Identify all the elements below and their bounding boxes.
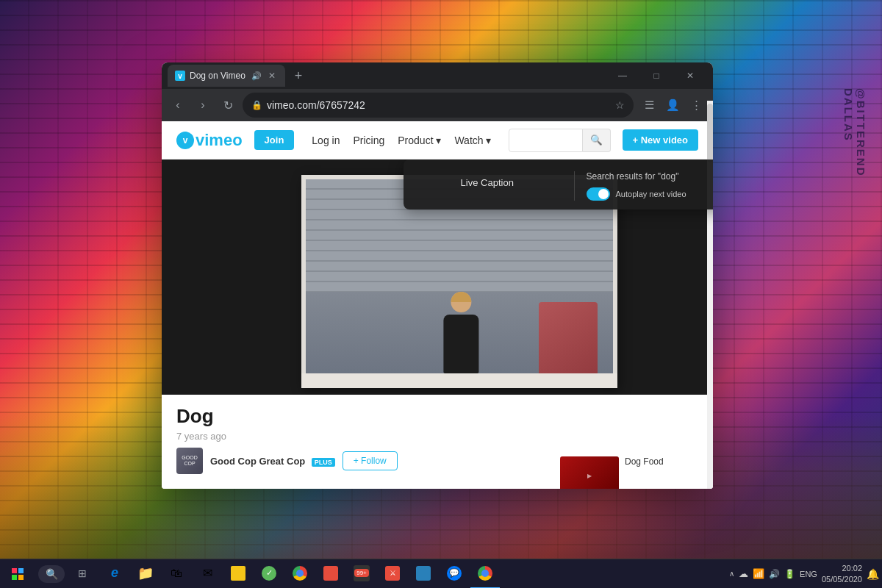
taskbar-search-button[interactable]: 🔍 [38, 565, 65, 583]
tray-up-arrow[interactable]: ∧ [729, 570, 734, 578]
chrome-active-app[interactable] [470, 559, 500, 589]
toolbar-right: ☰ 👤 ⋮ [638, 94, 707, 116]
desktop-watermark: @BITTERENDDALLAS [842, 88, 867, 176]
browser-tab-active[interactable]: v Dog on Vimeo 🔊 ✕ [168, 65, 285, 87]
menu-icon[interactable]: ⋮ [685, 94, 707, 116]
tab-list-icon[interactable]: ☰ [638, 94, 660, 116]
close-button[interactable]: ✕ [673, 62, 707, 89]
sidebar-results: ▶ Dog Food [560, 452, 707, 489]
app-icon-4 [416, 566, 431, 581]
forward-button[interactable]: › [193, 95, 213, 115]
tab-close-button[interactable]: ✕ [266, 70, 278, 82]
chrome-app[interactable] [285, 559, 315, 589]
join-button[interactable]: Join [254, 130, 295, 150]
vimeo-header: v vimeo Join Log in Pricing Product ▾ Wa… [162, 121, 713, 159]
autoplay-label: Autoplay next video [616, 190, 686, 198]
car-element [539, 302, 598, 384]
sidebar-thumbnail: ▶ [560, 456, 619, 489]
vimeo-logo[interactable]: v vimeo [176, 131, 243, 150]
volume-icon[interactable]: 🔊 [769, 569, 780, 579]
file-explorer-app[interactable]: 📁 [131, 559, 160, 589]
folder-icon: 📁 [137, 565, 154, 581]
toggle-knob [598, 189, 609, 199]
search-input[interactable] [509, 129, 582, 152]
caption-left: Live Caption [415, 171, 559, 201]
tab-favicon: v [175, 71, 185, 81]
nav-login[interactable]: Log in [306, 130, 345, 151]
system-clock[interactable]: 20:02 05/05/2020 [822, 563, 862, 584]
browser-toolbar: ‹ › ↻ 🔒 vimeo.com/67657242 ☆ ☰ 👤 ⋮ [162, 89, 713, 121]
tab-sound-icon: 🔊 [251, 71, 262, 81]
video-info: Dog 7 years ago GOODCOP Good Cop Great C… [162, 395, 713, 484]
scrollbar-thumb[interactable] [707, 121, 713, 162]
search-button[interactable]: 🔍 [583, 129, 611, 152]
sidebar-video-card[interactable]: ▶ Dog Food [560, 452, 707, 489]
network-icon: 📶 [753, 568, 764, 579]
new-video-button[interactable]: + New video [623, 129, 699, 151]
chrome-icon [293, 566, 307, 581]
unknown-app-2[interactable] [316, 559, 345, 589]
task-view-button[interactable]: ⊞ [68, 559, 97, 589]
vimeo-content: v vimeo Join Log in Pricing Product ▾ Wa… [162, 121, 713, 489]
autoplay-row: Autoplay next video [587, 187, 714, 201]
mail-icon: ✉ [199, 565, 215, 581]
unknown-app-4[interactable] [409, 559, 438, 589]
sticky-notes-app[interactable] [223, 559, 253, 589]
notification-app[interactable]: 99+ [347, 559, 376, 589]
cloud-icon: ☁ [739, 568, 748, 579]
back-button[interactable]: ‹ [168, 95, 188, 115]
messenger-icon: 💬 [447, 566, 462, 581]
vimeo-nav: Log in Pricing Product ▾ Watch ▾ [306, 130, 497, 151]
edge-app[interactable]: e [100, 559, 129, 589]
language-label[interactable]: ENG [800, 570, 817, 578]
taskbar-apps: e 📁 🛍 ✉ ✓ 99+ ⚔ [97, 559, 729, 589]
clock-date: 05/05/2020 [822, 574, 862, 584]
notes-icon [231, 566, 245, 581]
maximize-button[interactable]: □ [639, 62, 673, 89]
vimeo-logo-icon: v [176, 132, 194, 149]
caption-columns: Live Caption Search results for "dog" Au… [415, 171, 713, 201]
creator-info: Good Cop Great Cop PLUS [210, 454, 335, 467]
windows-logo-icon [12, 568, 24, 580]
unknown-app-3[interactable]: ⚔ [378, 559, 407, 589]
system-tray: ∧ ☁ 📶 🔊 🔋 ENG 20:02 05/05/2020 🔔 [729, 563, 882, 584]
sidebar-video-title: Dog Food [625, 456, 664, 467]
vimeo-logo-text: vimeo [196, 131, 243, 150]
nav-watch[interactable]: Watch ▾ [448, 130, 497, 151]
account-icon[interactable]: 👤 [662, 94, 684, 116]
creator-plus-badge: PLUS [312, 458, 335, 467]
url-display: vimeo.com/67657242 [267, 99, 611, 111]
video-title: Dog [176, 405, 698, 428]
app-icon-3: ⚔ [385, 566, 400, 581]
nav-pricing[interactable]: Pricing [347, 130, 390, 151]
address-bar[interactable]: 🔒 vimeo.com/67657242 ☆ [243, 93, 634, 118]
video-date: 7 years ago [176, 431, 698, 442]
mail-app[interactable]: ✉ [193, 559, 222, 589]
taskbar: 🔍 ⊞ e 📁 🛍 ✉ ✓ [0, 559, 882, 588]
notification-center-icon[interactable]: 🔔 [867, 568, 879, 580]
polaroid-bottom [301, 373, 617, 388]
nav-product[interactable]: Product ▾ [392, 130, 447, 151]
chrome-active-icon [478, 566, 492, 581]
app-icon-2 [323, 566, 338, 581]
unknown-app-1[interactable]: ✓ [254, 559, 284, 589]
store-app[interactable]: 🛍 [162, 559, 191, 589]
start-button[interactable] [0, 559, 35, 589]
messenger-app[interactable]: 💬 [440, 559, 469, 589]
clock-time: 20:02 [822, 563, 862, 573]
search-magnifier-icon: 🔍 [46, 568, 58, 580]
window-controls: — □ ✕ [606, 62, 707, 89]
refresh-button[interactable]: ↻ [218, 95, 238, 115]
new-tab-button[interactable]: + [288, 65, 309, 86]
video-frame-photo [306, 179, 613, 384]
app-icon-1: ✓ [262, 566, 276, 581]
video-player[interactable]: × Live Caption Search results for "dog" … [162, 159, 713, 395]
bookmark-icon[interactable]: ☆ [615, 99, 625, 111]
creator-name[interactable]: Good Cop Great Cop [210, 456, 305, 467]
live-caption-overlay: × Live Caption Search results for "dog" … [404, 159, 713, 209]
notification-icon: 99+ [354, 565, 370, 581]
minimize-button[interactable]: — [606, 62, 639, 89]
follow-button[interactable]: + Follow [343, 451, 398, 470]
creator-avatar: GOODCOP [176, 448, 203, 474]
autoplay-toggle[interactable] [587, 187, 610, 201]
